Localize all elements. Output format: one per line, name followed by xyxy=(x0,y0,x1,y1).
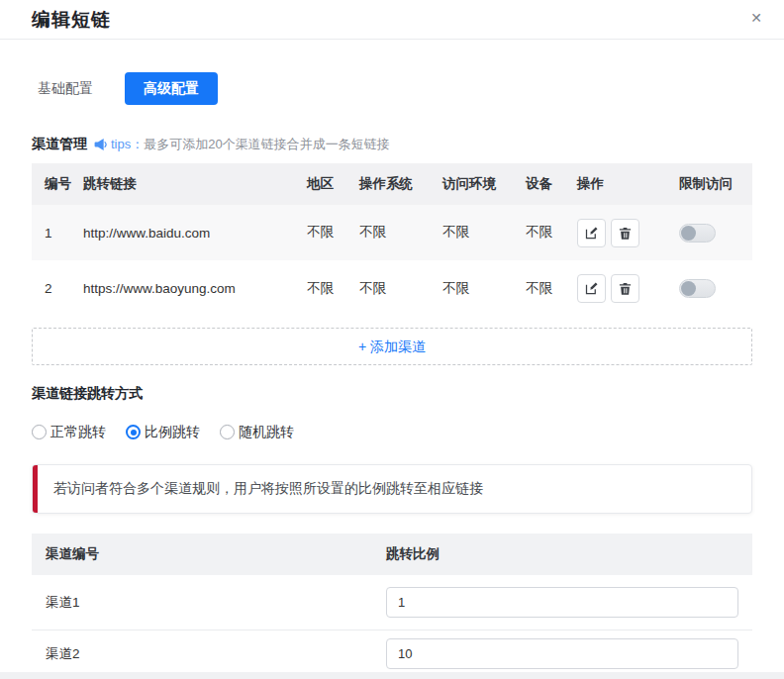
cell-device: 不限 xyxy=(526,280,577,298)
channel-name: 渠道2 xyxy=(32,638,386,663)
radio-normal-jump[interactable]: 正常跳转 xyxy=(32,424,106,441)
radio-ratio-jump[interactable]: 比例跳转 xyxy=(126,424,200,441)
radio-label: 正常跳转 xyxy=(50,424,106,441)
radio-circle[interactable] xyxy=(220,425,235,439)
jump-mode-label: 渠道链接跳转方式 xyxy=(32,385,752,403)
col-header-actions: 操作 xyxy=(577,175,669,193)
table-row: 2 https://www.baoyung.com 不限 不限 不限 不限 xyxy=(32,260,752,317)
alert-accent-bar xyxy=(33,465,38,513)
cell-restrict xyxy=(669,224,752,242)
col-header-os: 操作系统 xyxy=(359,175,442,193)
cell-device: 不限 xyxy=(526,224,577,242)
alert-text: 若访问者符合多个渠道规则，用户将按照所设置的比例跳转至相应链接 xyxy=(53,480,483,498)
channel-name: 渠道1 xyxy=(32,594,386,612)
ratio-row: 渠道1 xyxy=(32,575,752,630)
cell-os: 不限 xyxy=(359,224,442,242)
table-row: 1 http://www.baidu.com 不限 不限 不限 不限 xyxy=(32,205,752,260)
cell-env: 不限 xyxy=(442,224,526,242)
radio-label: 随机跳转 xyxy=(239,424,294,441)
col-header-region: 地区 xyxy=(307,175,359,193)
tips-prefix: tips： xyxy=(111,136,144,153)
delete-button[interactable] xyxy=(611,219,639,247)
config-tabs: 基础配置 高级配置 xyxy=(32,72,752,105)
delete-button[interactable] xyxy=(611,274,639,303)
radio-circle[interactable] xyxy=(32,425,47,439)
trash-icon xyxy=(618,226,633,241)
ratio-input-channel2[interactable] xyxy=(386,638,738,669)
jump-mode-options: 正常跳转 比例跳转 随机跳转 xyxy=(32,424,752,440)
add-channel-button[interactable]: + 添加渠道 xyxy=(32,328,752,365)
edit-button[interactable] xyxy=(577,274,606,303)
cell-actions xyxy=(577,274,669,303)
modal-header: 编辑短链 ✕ xyxy=(0,0,784,40)
col-header-restrict: 限制访问 xyxy=(669,175,752,193)
ratio-info-alert: 若访问者符合多个渠道规则，用户将按照所设置的比例跳转至相应链接 xyxy=(32,464,752,514)
edit-icon xyxy=(584,281,599,296)
channel-table: 编号 跳转链接 地区 操作系统 访问环境 设备 操作 限制访问 1 http:/… xyxy=(32,163,752,317)
edit-shortlink-modal: 编辑短链 ✕ 基础配置 高级配置 渠道管理 tips： 最多可添加20个渠道链接… xyxy=(0,0,784,679)
cell-url: http://www.baidu.com xyxy=(83,226,307,241)
radio-random-jump[interactable]: 随机跳转 xyxy=(220,424,294,441)
cell-os: 不限 xyxy=(359,280,442,298)
channel-management-section: 渠道管理 tips： 最多可添加20个渠道链接合并成一条短链接 xyxy=(32,135,752,154)
cell-region: 不限 xyxy=(307,280,359,298)
page-title: 编辑短链 xyxy=(32,7,111,33)
cell-region: 不限 xyxy=(307,224,359,242)
col-header-env: 访问环境 xyxy=(442,175,526,193)
close-icon[interactable]: ✕ xyxy=(746,7,766,29)
restrict-access-toggle[interactable] xyxy=(679,224,716,242)
ratio-table-header: 渠道编号 跳转比例 xyxy=(32,534,752,575)
edit-button[interactable] xyxy=(577,219,606,247)
cell-number: 1 xyxy=(32,226,83,241)
tab-basic-config[interactable]: 基础配置 xyxy=(32,72,109,105)
cell-env: 不限 xyxy=(442,280,526,298)
col-header-number: 编号 xyxy=(32,175,83,193)
ratio-table: 渠道编号 跳转比例 渠道1 渠道2 xyxy=(32,534,752,679)
cell-actions xyxy=(577,219,669,247)
tab-advanced-config[interactable]: 高级配置 xyxy=(125,72,218,105)
cell-number: 2 xyxy=(32,281,83,296)
toggle-knob xyxy=(681,281,696,296)
ratio-input-channel1[interactable] xyxy=(386,587,738,618)
trash-icon xyxy=(618,281,633,296)
radio-label: 比例跳转 xyxy=(145,424,200,441)
cell-url: https://www.baoyung.com xyxy=(83,281,307,296)
toggle-knob xyxy=(681,226,696,241)
edit-icon xyxy=(584,226,599,241)
cell-restrict xyxy=(669,279,752,298)
col-header-ratio: 跳转比例 xyxy=(386,545,752,563)
restrict-access-toggle[interactable] xyxy=(679,279,716,298)
bottom-strip xyxy=(0,672,784,679)
tips-text: 最多可添加20个渠道链接合并成一条短链接 xyxy=(144,136,389,153)
col-header-url: 跳转链接 xyxy=(83,175,307,193)
channel-management-label: 渠道管理 xyxy=(32,136,87,153)
col-header-channel: 渠道编号 xyxy=(32,545,386,563)
channel-table-header: 编号 跳转链接 地区 操作系统 访问环境 设备 操作 限制访问 xyxy=(32,163,752,205)
col-header-device: 设备 xyxy=(526,175,577,193)
megaphone-icon xyxy=(93,137,109,152)
radio-circle[interactable] xyxy=(126,425,141,439)
